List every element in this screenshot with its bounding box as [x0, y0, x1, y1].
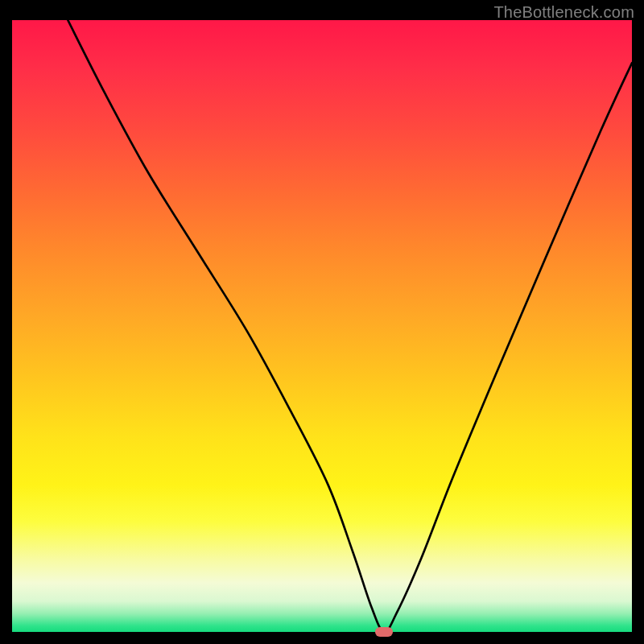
- curve-svg: [12, 20, 632, 632]
- bottleneck-curve: [68, 20, 632, 632]
- optimal-point-marker: [375, 627, 393, 637]
- chart-frame: TheBottleneck.com: [0, 0, 644, 644]
- watermark-text: TheBottleneck.com: [493, 3, 634, 22]
- plot-area: [12, 20, 632, 632]
